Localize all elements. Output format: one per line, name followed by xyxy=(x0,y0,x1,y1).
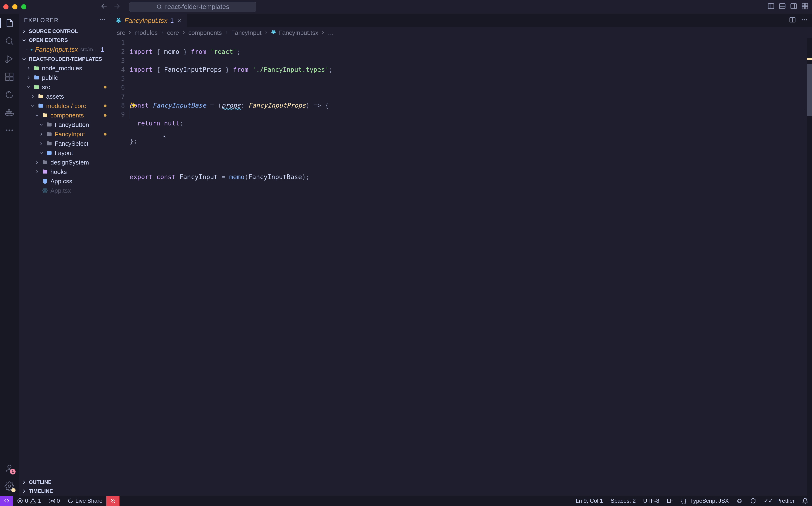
command-center[interactable]: react-folder-templates xyxy=(129,2,256,12)
activity-liveshare[interactable] xyxy=(4,89,15,100)
notifications-button[interactable] xyxy=(798,498,812,504)
language-button[interactable]: { }TypeScript JSX xyxy=(677,498,733,504)
explorer-more-icon[interactable] xyxy=(99,16,106,24)
breadcrumb-segment[interactable]: FancyInput.tsx xyxy=(278,29,318,36)
breadcrumb-segment[interactable]: src xyxy=(117,29,125,36)
panel-right-icon[interactable] xyxy=(790,2,797,11)
source-control-section[interactable]: SOURCE CONTROL xyxy=(19,27,111,36)
folder-icon xyxy=(46,131,52,137)
cursor-position[interactable]: Ln 9, Col 1 xyxy=(572,498,607,504)
tree-item-label: App.tsx xyxy=(51,187,71,194)
ports-button[interactable]: 0 xyxy=(45,496,64,506)
tree-item[interactable]: FancyInput xyxy=(19,130,111,139)
tree-item[interactable]: FancyButton xyxy=(19,120,111,130)
file-tree: node_modulespublicsrcassetsmodules / cor… xyxy=(19,64,111,478)
mouse-cursor-icon: ⬉ xyxy=(163,132,166,141)
svg-point-30 xyxy=(45,190,46,191)
activity-more[interactable] xyxy=(4,125,15,136)
svg-point-19 xyxy=(9,130,10,131)
minimize-window-button[interactable] xyxy=(12,4,17,9)
folder-icon xyxy=(42,169,48,175)
activity-settings[interactable] xyxy=(4,481,15,491)
svg-rect-2 xyxy=(780,4,785,8)
timeline-section[interactable]: TIMELINE xyxy=(19,487,111,496)
breadcrumb-segment[interactable]: modules xyxy=(135,29,158,36)
code-editor[interactable]: 123456789 import { memo } from 'react'; … xyxy=(111,38,812,496)
editor-more-icon[interactable] xyxy=(801,16,808,25)
encoding-button[interactable]: UTF-8 xyxy=(639,498,663,504)
modified-dot xyxy=(104,133,107,136)
zoom-indicator[interactable] xyxy=(106,496,120,506)
open-editors-label: OPEN EDITORS xyxy=(29,37,68,43)
error-icon xyxy=(17,498,23,504)
breadcrumb-segment[interactable]: components xyxy=(189,29,222,36)
maximize-window-button[interactable] xyxy=(21,4,26,9)
nav-back-button[interactable] xyxy=(100,2,109,12)
breadcrumb[interactable]: srcmodulescorecomponentsFancyInputFancyI… xyxy=(111,27,812,38)
activity-account[interactable]: 1 xyxy=(4,463,15,474)
outline-label: OUTLINE xyxy=(29,479,52,485)
tree-item[interactable]: components xyxy=(19,111,111,120)
layout-icon[interactable] xyxy=(801,2,809,11)
activity-extensions[interactable] xyxy=(4,72,15,82)
tree-item-label: Layout xyxy=(55,150,73,157)
activity-docker[interactable] xyxy=(4,107,15,118)
tab-count: 1 xyxy=(170,17,174,24)
breadcrumb-segment[interactable]: FancyInput xyxy=(231,29,262,36)
svg-point-40 xyxy=(804,19,805,20)
svg-point-47 xyxy=(51,500,52,501)
breadcrumb-segment[interactable]: core xyxy=(167,29,179,36)
tree-item[interactable]: App.tsx xyxy=(19,186,111,195)
activity-search[interactable] xyxy=(4,36,15,46)
activity-explorer[interactable] xyxy=(4,18,15,28)
liveshare-button[interactable]: Live Share xyxy=(64,496,106,506)
tree-item[interactable]: Layout xyxy=(19,148,111,158)
tree-item-label: assets xyxy=(46,93,64,100)
tree-item[interactable]: hooks xyxy=(19,167,111,176)
svg-rect-4 xyxy=(802,3,805,6)
svg-point-8 xyxy=(6,38,12,44)
copilot-button[interactable] xyxy=(733,498,746,504)
close-tab-icon[interactable] xyxy=(177,18,182,23)
window-controls xyxy=(3,4,26,9)
tree-item[interactable]: assets xyxy=(19,92,111,101)
breadcrumb-segment[interactable]: … xyxy=(328,29,334,36)
svg-point-23 xyxy=(100,19,101,20)
tree-item[interactable]: designSystem xyxy=(19,158,111,167)
remote-button[interactable] xyxy=(0,496,13,506)
activity-debug[interactable] xyxy=(4,54,15,64)
code-content[interactable]: import { memo } from 'react'; import { F… xyxy=(130,38,807,496)
problems-button[interactable]: 0 1 xyxy=(13,496,45,506)
tree-item[interactable]: modules / core xyxy=(19,101,111,111)
tree-item[interactable]: node_modules xyxy=(19,64,111,73)
tree-item-label: FancyInput xyxy=(55,131,85,138)
split-editor-icon[interactable] xyxy=(789,16,796,25)
open-editor-name: FancyInput.tsx xyxy=(35,46,78,54)
folder-icon xyxy=(38,103,44,109)
prettier-button[interactable]: ✓✓Prettier xyxy=(760,498,798,504)
folder-icon xyxy=(42,159,48,165)
tree-item[interactable]: FancySelect xyxy=(19,139,111,148)
open-editors-section[interactable]: OPEN EDITORS xyxy=(19,36,111,45)
tab-fancyinput[interactable]: FancyInput.tsx 1 xyxy=(111,14,187,27)
eol-button[interactable]: LF xyxy=(663,498,677,504)
open-editor-item[interactable]: FancyInput.tsx src/m… 1 xyxy=(19,45,111,55)
project-section[interactable]: REACT-FOLDER-TEMPLATES xyxy=(19,55,111,64)
tree-item-label: designSystem xyxy=(51,159,89,166)
indent-button[interactable]: Spaces: 2 xyxy=(607,498,639,504)
svg-rect-7 xyxy=(805,6,808,9)
close-window-button[interactable] xyxy=(3,4,8,9)
tree-item[interactable]: public xyxy=(19,73,111,82)
outline-section[interactable]: OUTLINE xyxy=(19,478,111,487)
panel-bottom-icon[interactable] xyxy=(779,2,786,11)
tree-item[interactable]: App.css xyxy=(19,176,111,186)
tree-item[interactable]: src xyxy=(19,82,111,92)
panel-left-icon[interactable] xyxy=(767,2,775,11)
minimap[interactable] xyxy=(807,38,812,496)
close-icon[interactable] xyxy=(26,47,28,52)
nav-forward-button[interactable] xyxy=(113,2,121,12)
tree-item-label: App.css xyxy=(51,178,72,185)
tab-name: FancyInput.tsx xyxy=(124,17,167,24)
copilot-icon xyxy=(736,498,742,504)
eslint-button[interactable] xyxy=(746,498,760,504)
